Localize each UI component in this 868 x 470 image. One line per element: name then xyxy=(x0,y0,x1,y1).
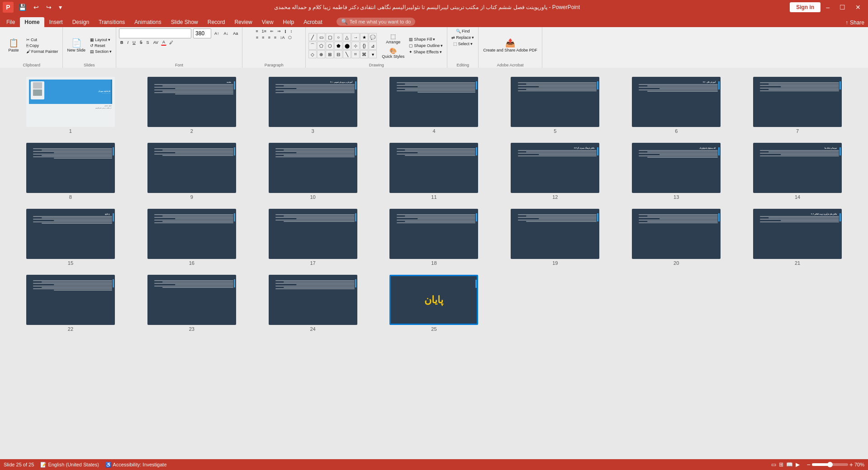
slide-item[interactable]: 23 xyxy=(135,275,249,332)
underline-button[interactable]: U xyxy=(131,40,137,45)
shape-3-btn[interactable]: ⬠ xyxy=(317,42,325,50)
cut-button[interactable]: ✂ Cut xyxy=(25,37,60,42)
tab-transitions[interactable]: Transitions xyxy=(94,17,129,27)
arrange-button[interactable]: ⬚ Arrange xyxy=(380,32,406,45)
bold-button[interactable]: B xyxy=(119,40,125,45)
numbering-button[interactable]: 1≡ xyxy=(260,28,267,34)
slide-item[interactable]: 5 xyxy=(498,77,612,134)
zoom-out-button[interactable]: − xyxy=(807,461,811,468)
shape-8-btn[interactable]: {} xyxy=(360,42,368,50)
tab-insert[interactable]: Insert xyxy=(45,17,67,27)
slide-thumbnail-24[interactable] xyxy=(269,275,357,325)
tab-slideshow[interactable]: Slide Show xyxy=(166,17,203,27)
slide-item[interactable]: چالش فرهنگ مصرف گرا ۳-۴ 12 xyxy=(498,143,612,200)
reading-view-button[interactable]: 📖 xyxy=(786,461,793,468)
shape-ellipse-btn[interactable]: ○ xyxy=(334,33,342,41)
shape-outline-button[interactable]: ▢ Shape Outline ▾ xyxy=(408,43,444,48)
decrease-font-button[interactable]: A↓ xyxy=(223,31,230,36)
slide-item[interactable]: 9 xyxy=(135,143,249,200)
slide-thumbnail-23[interactable] xyxy=(147,275,236,325)
minimize-button[interactable]: – xyxy=(821,2,834,12)
slide-thumbnail-22[interactable] xyxy=(26,275,115,325)
shape-15-btn[interactable]: ⌗ xyxy=(351,50,360,58)
align-right-button[interactable]: ≡ xyxy=(266,35,271,40)
tab-help[interactable]: Help xyxy=(279,17,299,27)
shape-7-btn[interactable]: ⊹ xyxy=(351,42,360,50)
slide-thumbnail-18[interactable] xyxy=(389,209,478,259)
slide-thumbnail-14[interactable]: نمودها و نشانه ها xyxy=(753,143,842,193)
bullets-button[interactable]: ≡ xyxy=(254,28,259,34)
slide-thumbnail-10[interactable] xyxy=(269,143,357,193)
slide-thumbnail-21[interactable]: چالش های فرآوری تربیت اخلاقی ۴-۴ xyxy=(753,209,842,259)
slide-item[interactable]: چالش های فرآوری تربیت اخلاقی ۴-۴ 21 xyxy=(740,209,854,266)
strikethrough-button[interactable]: S̶ xyxy=(138,40,144,45)
quick-styles-button[interactable]: 🎨 Quick Styles xyxy=(380,47,406,60)
highlight-button[interactable]: 🖊 xyxy=(168,40,175,45)
slide-thumbnail-15[interactable]: ج نتایج xyxy=(26,209,115,259)
signin-button[interactable]: Sign in xyxy=(790,2,821,12)
slide-item[interactable]: 19 xyxy=(498,209,612,266)
section-button[interactable]: ▤ Section ▾ xyxy=(89,49,113,54)
slide-thumbnail-3[interactable]: آموزش و پرورش عمومی ۱۰-۴ xyxy=(269,77,357,127)
line-spacing-button[interactable]: ↕ xyxy=(289,28,294,34)
format-painter-button[interactable]: 🖌 Format Painter xyxy=(25,49,60,54)
increase-font-button[interactable]: A↑ xyxy=(213,31,221,36)
slide-item[interactable]: 20 xyxy=(619,209,733,266)
undo-button[interactable]: ↩ xyxy=(31,3,41,12)
slide-item[interactable]: 7 xyxy=(740,77,854,134)
slide-item[interactable]: 17 xyxy=(256,209,370,266)
slide-item[interactable]: 4 xyxy=(377,77,491,134)
shape-fill-button[interactable]: ▨ Shape Fill ▾ xyxy=(408,37,444,42)
restore-button[interactable]: ☐ xyxy=(835,2,850,12)
slide-item[interactable]: مقدمه 2 xyxy=(135,77,249,134)
slide-thumbnail-17[interactable] xyxy=(269,209,357,259)
tab-design[interactable]: Design xyxy=(68,17,94,27)
align-left-button[interactable]: ≡ xyxy=(255,35,260,40)
create-pdf-button[interactable]: 📤 Create and Share Adobe PDF xyxy=(481,38,539,53)
select-button[interactable]: ⬚ Select ▾ xyxy=(452,41,474,47)
slide-thumbnail-7[interactable] xyxy=(753,77,842,127)
tab-animations[interactable]: Animations xyxy=(130,17,166,27)
slide-thumbnail-12[interactable]: چالش فرهنگ مصرف گرا ۳-۴ xyxy=(511,143,599,193)
shape-rrect-btn[interactable]: ▢ xyxy=(326,33,334,41)
tab-review[interactable]: Review xyxy=(230,17,256,27)
align-center-button[interactable]: ≡ xyxy=(261,35,266,40)
slide-item[interactable]: اقد پستهای ایدئولوژیک 13 xyxy=(619,143,733,200)
replace-button[interactable]: ⇄ Replace ▾ xyxy=(450,35,475,40)
slide-item[interactable]: ج نتایج 15 xyxy=(14,209,128,266)
tab-home[interactable]: Home xyxy=(20,17,44,27)
text-direction-button[interactable]: ↕A xyxy=(279,35,286,40)
slide-item[interactable]: نام خداوند مهربان — — — — — فصل ششماز مک… xyxy=(14,77,128,134)
italic-button[interactable]: I xyxy=(126,40,130,45)
shape-9-btn[interactable]: ⊿ xyxy=(369,42,377,50)
layout-button[interactable]: ▦ Layout ▾ xyxy=(89,37,113,42)
slide-item[interactable]: 18 xyxy=(377,209,491,266)
slide-item[interactable]: 10 xyxy=(256,143,370,200)
shape-10-btn[interactable]: ◇ xyxy=(308,50,317,58)
slide-item[interactable]: 22 xyxy=(14,275,128,332)
slide-thumbnail-5[interactable] xyxy=(511,77,599,127)
shape-rect-btn[interactable]: ▭ xyxy=(317,33,325,41)
slide-item[interactable]: آموزش و پرورش عمومی ۱۰-۴ 3 xyxy=(256,77,370,134)
tab-view[interactable]: View xyxy=(257,17,278,27)
slide-thumbnail-16[interactable] xyxy=(147,209,236,259)
slide-thumbnail-4[interactable] xyxy=(389,77,478,127)
slide-thumbnail-8[interactable] xyxy=(26,143,115,193)
zoom-slider[interactable] xyxy=(812,463,848,466)
shape-5-btn[interactable]: ⬟ xyxy=(334,42,342,50)
close-button[interactable]: ✕ xyxy=(851,2,865,12)
font-color-button[interactable]: A xyxy=(161,39,166,46)
new-slide-button[interactable]: 📄 New Slide xyxy=(66,38,88,53)
decrease-indent-button[interactable]: ⇐ xyxy=(269,28,275,34)
slide-thumbnail-19[interactable] xyxy=(511,209,599,259)
slide-sorter-button[interactable]: ⊞ xyxy=(779,461,783,468)
shape-2-btn[interactable]: ⌒ xyxy=(308,42,317,50)
justify-button[interactable]: ≡ xyxy=(273,35,278,40)
shape-tri-btn[interactable]: △ xyxy=(343,33,351,41)
find-button[interactable]: 🔍 Find xyxy=(455,28,471,34)
columns-button[interactable]: ⫿ xyxy=(283,28,288,34)
slide-thumbnail-9[interactable] xyxy=(147,143,236,193)
slide-thumbnail-1[interactable]: نام خداوند مهربان — — — — — فصل ششماز مک… xyxy=(26,77,115,127)
quick-access-customize[interactable]: ▾ xyxy=(57,3,64,12)
shape-6-btn[interactable]: ⬤ xyxy=(343,42,351,50)
